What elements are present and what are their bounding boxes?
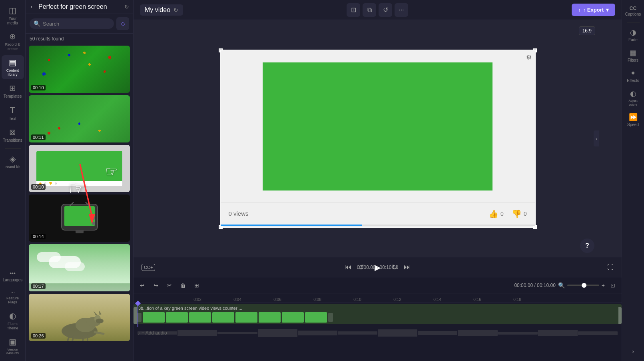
right-panel-adjust-colors[interactable]: ◐ Adjust colors [624,87,643,109]
add-audio-button[interactable]: ♪ + Add audio [138,330,167,336]
dislike-count: 0 [524,211,527,217]
skip-back-button[interactable]: ⏮ [345,263,352,271]
rotate-icon: ↺ [383,6,388,14]
right-panel: CC Captions ◑ Fade ▦ Filters ✦ Effects ◐… [622,0,644,361]
ruler-mark-08: 0:08 [297,293,337,303]
canvas-area: 16:9 ⚙ 0 views 👍 [134,20,622,257]
views-count: 0 views [229,210,249,217]
panel-title: Perfect for green screen [38,3,107,10]
main-area: My video ↻ ⊡ ⧉ ↺ ··· ↑ ↑ Export ▾ 16:9 [134,0,622,361]
undo-button[interactable]: ↩ [137,280,148,291]
right-panel-speed[interactable]: ⏩ Speed [624,110,643,129]
zoom-out-button[interactable]: 🔍 [558,282,565,289]
track-left-handle[interactable] [134,307,137,324]
sidebar-item-languages[interactable]: ••• Languages [2,268,24,285]
track-segment-1 [143,312,165,323]
right-panel-effects[interactable]: ✦ Effects [624,66,643,85]
sidebar-item-transitions[interactable]: ⊠ Transitions [2,125,24,145]
track-segment-8 [305,312,327,323]
redo-button[interactable]: ↪ [150,280,161,291]
time-indicator: 00:00.00 / 00:10.00 [514,283,555,288]
help-button[interactable]: ? [580,239,594,253]
sidebar-item-feature-flags[interactable]: ··· Feature Flags [2,286,24,307]
sidebar-item-record-create[interactable]: ⊕ Record & create [2,29,24,54]
sidebar-item-templates[interactable]: ⊞ Templates [2,81,24,101]
back-button[interactable]: ← Perfect for green screen [30,3,107,10]
media-thumb-3[interactable]: 👍 0 👎 0 ☞ 00:10 [29,145,130,192]
search-bar: 🔍 ◇ [26,14,133,34]
ruler-mark-0 [138,293,177,303]
export-button[interactable]: ↑ ↑ Export ▾ [572,4,615,16]
media-thumb-4[interactable]: 00:14 [29,195,130,242]
sidebar-item-content-library[interactable]: ▤ Content library [2,55,24,80]
timeline-tracks: 0:02 0:04 0:06 0:08 0:10 [134,293,622,361]
fit-timeline-button[interactable]: ⊡ [607,280,618,291]
resize-button[interactable]: ⊡ [347,3,360,17]
more-options-button[interactable]: ··· [395,3,408,17]
skip-back-icon: ⏮ [345,263,352,271]
video-refresh-button[interactable]: ↻ [173,7,178,13]
track-right-handle[interactable] [618,307,622,324]
svg-point-13 [96,319,104,323]
version-icon: ▣ [9,337,16,347]
svg-marker-11 [94,311,98,315]
svg-point-3 [92,217,95,220]
library-icon: ▤ [9,58,16,67]
text-icon: T [10,105,15,115]
skip-forward-button[interactable]: ⏭ [404,263,411,271]
sidebar-item-fluent-theme[interactable]: ◐ Fluent Theme [2,309,24,333]
svg-rect-2 [76,230,84,233]
crop-button[interactable]: ⧉ [363,3,376,17]
right-panel-collapse-button[interactable]: › [629,345,637,358]
progress-track [221,225,535,226]
filters-icon: ▦ [630,48,636,57]
audio-track: ♪ + Add audio [134,325,622,341]
video-name-tab: My video ↻ [140,4,183,16]
panel-collapse-button[interactable]: ‹ [594,130,599,146]
sidebar-label-brand-kit: Brand kit [6,165,20,169]
fullscreen-button[interactable]: ⛶ [607,264,614,271]
filters-label: Filters [628,58,638,62]
thumbs-down-icon: 👎 [512,209,522,219]
premium-filter-button[interactable]: ◇ [116,17,129,30]
cc-button[interactable]: CC+ [142,264,155,271]
canvas-settings-button[interactable]: ⚙ [526,54,532,61]
track-segment-group [137,311,618,323]
back-arrow-icon: ← [30,3,36,10]
music-note-icon: ♪ [138,330,140,336]
nav-divider [5,148,21,148]
media-thumb-1[interactable]: 00:10 [29,46,130,93]
media-thumb-6[interactable]: 00:26 [29,294,130,341]
ruler-mark-16: 0:16 [457,293,497,303]
record-icon: ⊕ [9,32,16,41]
wolf-svg [48,305,112,341]
zoom-in-button[interactable]: + [602,282,605,289]
sidebar-item-your-media[interactable]: ◫ Your media [2,3,24,28]
fit-button[interactable]: ⊞ [191,280,202,291]
right-panel-captions[interactable]: CC Captions [624,3,643,19]
templates-icon: ⊞ [9,83,16,93]
zoom-thumb[interactable] [582,283,586,288]
media-grid: 00:10 00:11 👍 0 👎 0 ☞ [26,44,133,361]
media-thumb-5[interactable]: 00:17 [29,244,130,291]
sidebar-item-brand-kit[interactable]: ◈ Brand kit [2,152,24,172]
refresh-button[interactable]: ↻ [124,4,129,10]
thumb-5-duration: 00:17 [31,283,46,289]
rotate-button[interactable]: ↺ [379,3,392,17]
cut-button[interactable]: ✂ [164,280,175,291]
fluent-icon: ◐ [9,311,16,321]
like-button[interactable]: 👍 0 [488,209,504,219]
sidebar-item-text[interactable]: T Text [2,102,24,123]
search-input[interactable] [43,21,110,27]
effects-label: Effects [627,78,639,83]
right-panel-filters[interactable]: ▦ Filters [624,46,643,65]
media-thumb-2[interactable]: 00:11 [29,95,130,142]
results-count: 50 results found [26,34,133,44]
sidebar-label-your-media: Your media [3,16,22,25]
video-track[interactable]: 3b...tion of a key green screen video vi… [134,304,622,324]
sidebar-label-version: Version 8482a53 [3,348,22,355]
delete-button[interactable]: 🗑 [177,280,189,291]
right-panel-fade[interactable]: ◑ Fade [624,26,643,44]
dislike-button[interactable]: 👎 0 [512,209,527,219]
zoom-slider[interactable] [567,285,599,286]
